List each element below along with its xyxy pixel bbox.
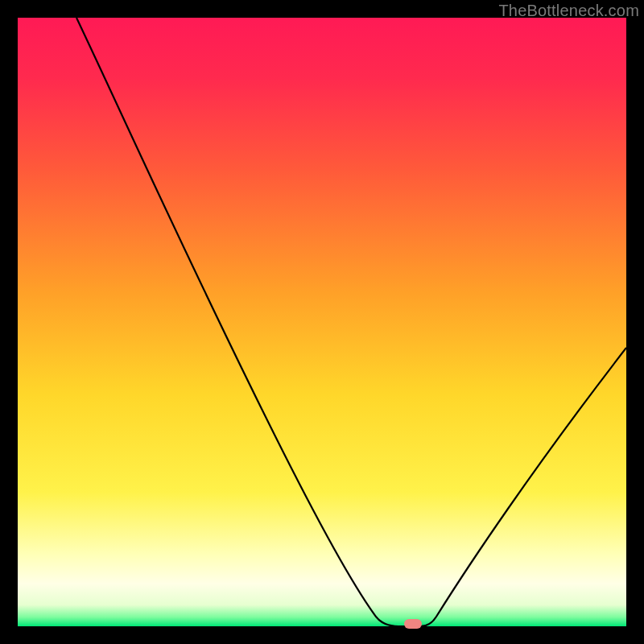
watermark-text: TheBottleneck.com [498,2,639,20]
gradient-background [18,18,626,626]
chart-frame: TheBottleneck.com [0,0,644,644]
minimum-marker [404,619,422,629]
plot-area [18,18,626,626]
plot-svg [18,18,626,626]
